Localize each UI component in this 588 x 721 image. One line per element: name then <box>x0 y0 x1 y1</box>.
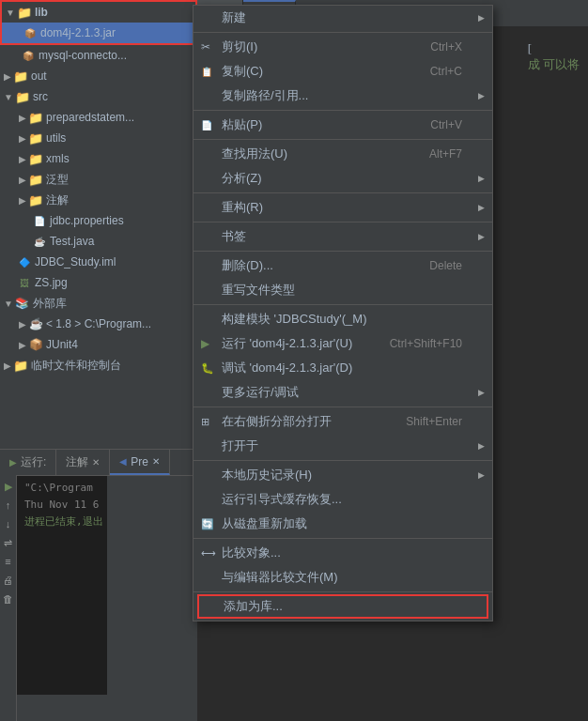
tree-arrow6: ▶ <box>19 154 26 164</box>
test-java-label: Test.java <box>50 235 94 248</box>
menu-compare-editor[interactable]: 与编辑器比较文件(M) <box>193 565 492 590</box>
menu-cut[interactable]: ✂ 剪切(I) Ctrl+X <box>193 35 492 59</box>
folder-icon5: 📁 <box>28 130 43 146</box>
dom4j-jar[interactable]: 📦 dom4j-2.1.3.jar <box>2 23 195 43</box>
menu-add-to-lib[interactable]: 添加为库... <box>197 594 488 619</box>
zhujie-folder[interactable]: ▶ 📁 注解 <box>0 190 197 210</box>
menu-paste[interactable]: 📄 粘贴(P) Ctrl+V <box>193 113 492 137</box>
console-line-3: Thu Nov 11 6 <box>24 497 103 514</box>
print-btn[interactable]: 🖨 <box>1 573 16 588</box>
tree-arrow12: ▶ <box>4 360 11 371</box>
menu-run-guide[interactable]: 运行引导式缓存恢复... <box>193 487 492 512</box>
menu-debug[interactable]: 🐛 调试 'dom4j-2.1.3.jar'(D) <box>193 356 492 380</box>
wrap-btn[interactable]: ⇌ <box>1 535 16 550</box>
dom4j-label: dom4j-2.1.3.jar <box>40 26 116 39</box>
tree-arrow8: ▶ <box>19 195 26 206</box>
fanxing-folder[interactable]: ▶ 📁 泛型 <box>0 169 197 190</box>
menu-analyze-label: 分析(Z) <box>222 170 262 187</box>
xmls-label: xmls <box>46 152 70 165</box>
menu-refactor[interactable]: 重构(R) <box>193 195 492 220</box>
linshi-item[interactable]: ▶ 📁 临时文件和控制台 <box>0 355 197 376</box>
jdbc-iml-file[interactable]: 🔷 JDBC_Study.iml <box>0 252 197 272</box>
folder-icon8: 📁 <box>28 192 43 207</box>
folder-icon: 📁 <box>17 5 32 20</box>
jdk18-item[interactable]: ▶ ☕ < 1.8 > C:\Program... <box>0 314 197 334</box>
preparedstatem-folder[interactable]: ▶ 📁 preparedstatem... <box>0 107 197 128</box>
menu-open-split-label: 在右侧折分部分打开 <box>222 413 332 430</box>
menu-find-usage-label: 查找用法(U) <box>222 146 287 162</box>
jdbc-prop-file[interactable]: 📄 jdbc.properties <box>0 210 197 231</box>
menu-local-history[interactable]: 本地历史记录(H) <box>193 463 492 487</box>
console-output: "C:\Program Thu Nov 11 6 进程已结束,退出 <box>17 476 107 695</box>
lib-folder[interactable]: ▼ 📁 lib <box>2 2 195 23</box>
menu-compare-editor-label: 与编辑器比较文件(M) <box>222 569 338 586</box>
linshi-label: 临时文件和控制台 <box>31 358 121 374</box>
src-folder[interactable]: ▼ 📁 src <box>0 86 197 107</box>
menu-add-to-lib-label: 添加为库... <box>224 598 283 615</box>
tree-arrow2: ▶ <box>4 71 11 82</box>
paste-shortcut: Ctrl+V <box>430 118 481 131</box>
menu-bookmark[interactable]: 书签 <box>193 224 492 249</box>
xmls-folder[interactable]: ▶ 📁 xmls <box>0 148 197 169</box>
menu-reload[interactable]: 🔄 从磁盘重新加载 <box>193 512 492 536</box>
waibu-lib[interactable]: ▼ 📚 外部库 <box>0 293 197 314</box>
console-toolbar: ▶ ↑ ↓ ⇌ ≡ 🖨 🗑 <box>0 475 17 721</box>
filter-btn[interactable]: ≡ <box>1 554 16 569</box>
menu-open-in-label: 打开于 <box>222 437 258 454</box>
mysql-jar[interactable]: 📦 mysql-connecto... <box>0 45 197 66</box>
waibu-label: 外部库 <box>33 296 67 312</box>
menu-build-module[interactable]: 构建模块 'JDBCStudy'(_M) <box>193 307 492 331</box>
debug-icon: 🐛 <box>201 362 214 375</box>
bottom-tabs: ▶ 运行: 注解 ✕ ◀ Pre ✕ <box>0 450 197 476</box>
utils-folder[interactable]: ▶ 📁 utils <box>0 128 197 148</box>
cut-shortcut: Ctrl+X <box>430 40 481 54</box>
menu-rewrite-type[interactable]: 重写文件类型 <box>193 278 492 302</box>
menu-reload-label: 从磁盘重新加载 <box>222 515 307 532</box>
menu-copy[interactable]: 📋 复制(C) Ctrl+C <box>193 59 492 84</box>
right-partial-text: [ 成 可以将 <box>524 38 583 77</box>
lib-icon: 📚 <box>15 296 30 311</box>
tree-arrow4: ▶ <box>19 113 26 123</box>
menu-more-run[interactable]: 更多运行/调试 <box>193 380 492 405</box>
zs-jpg-label: ZS.jpg <box>35 276 68 289</box>
menu-paste-label: 粘贴(P) <box>222 116 262 133</box>
sep10 <box>193 538 492 539</box>
menu-analyze[interactable]: 分析(Z) <box>193 166 492 191</box>
sep8 <box>193 407 492 407</box>
menu-run[interactable]: ▶ 运行 'dom4j-2.1.3.jar'(U) Ctrl+Shift+F10 <box>193 331 492 356</box>
zs-jpg-file[interactable]: 🖼 ZS.jpg <box>0 272 197 293</box>
menu-rewrite-type-label: 重写文件类型 <box>222 282 295 299</box>
out-folder[interactable]: ▶ 📁 out <box>0 66 197 86</box>
tree-arrow3: ▼ <box>4 92 13 102</box>
menu-delete[interactable]: 删除(D)... Delete <box>193 253 492 278</box>
menu-more-run-label: 更多运行/调试 <box>222 384 299 401</box>
menu-compare[interactable]: ⟷ 比较对象... <box>193 541 492 565</box>
test-java-file[interactable]: ☕ Test.java <box>0 231 197 252</box>
zhujie-tab-label: 注解 <box>66 454 88 470</box>
jar-icon: 📦 <box>23 25 38 40</box>
close-tab2-icon[interactable]: ✕ <box>152 456 160 467</box>
menu-copy-path[interactable]: 复制路径/引用... <box>193 84 492 108</box>
lib-label: lib <box>35 6 48 19</box>
zhujie-tab[interactable]: 注解 ✕ <box>56 450 110 475</box>
folder-icon7: 📁 <box>28 172 43 187</box>
menu-open-split[interactable]: ⊞ 在右侧折分部分打开 Shift+Enter <box>193 409 492 434</box>
run-btn[interactable]: ▶ <box>1 479 16 494</box>
pre-tab[interactable]: ◀ Pre ✕ <box>110 450 170 475</box>
preparedstatem-label: preparedstatem... <box>46 111 134 124</box>
up-btn[interactable]: ↑ <box>1 498 16 513</box>
folder-icon3: 📁 <box>15 89 30 104</box>
down-btn[interactable]: ↓ <box>1 516 16 531</box>
partial-comment: 成 可以将 <box>528 56 580 73</box>
menu-new[interactable]: 新建 <box>193 6 492 30</box>
run-tab[interactable]: ▶ 运行: <box>0 450 56 475</box>
trash-btn[interactable]: 🗑 <box>1 591 16 606</box>
menu-find-usage[interactable]: 查找用法(U) Alt+F7 <box>193 142 492 166</box>
reload-icon: 🔄 <box>201 518 214 530</box>
close-tab-icon[interactable]: ✕ <box>92 457 100 468</box>
junit4-item[interactable]: ▶ 📦 JUnit4 <box>0 334 197 355</box>
menu-refactor-label: 重构(R) <box>222 199 263 216</box>
console-line-1: "C:\Program <box>24 480 103 497</box>
menu-open-in[interactable]: 打开于 <box>193 434 492 458</box>
tree-arrow9: ▼ <box>4 299 13 309</box>
